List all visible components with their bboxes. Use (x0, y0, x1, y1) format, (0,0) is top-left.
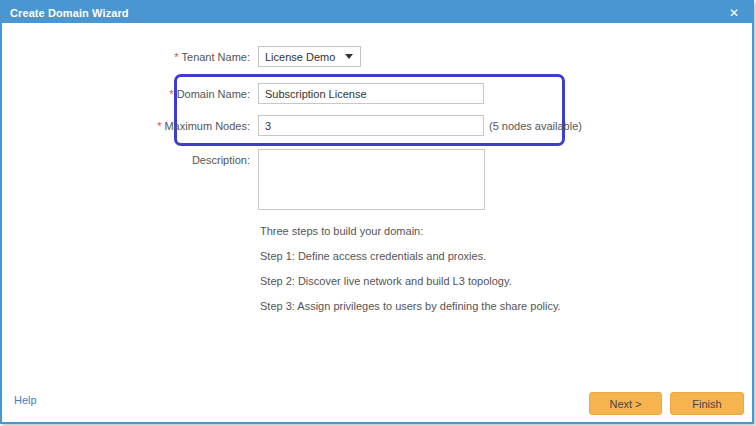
instructions-block: Three steps to build your domain: Step 1… (260, 225, 561, 325)
screen: Create Domain Wizard ✕ *Tenant Name: Lic… (0, 0, 756, 426)
next-button[interactable]: Next > (589, 392, 662, 415)
maximum-nodes-label-text: Maximum Nodes: (164, 120, 250, 132)
dialog-title-bar: Create Domain Wizard ✕ (2, 2, 752, 23)
finish-button[interactable]: Finish (670, 392, 744, 415)
required-asterisk: * (174, 51, 178, 63)
domain-name-label-text: Domain Name: (177, 88, 250, 100)
create-domain-wizard-dialog: Create Domain Wizard ✕ *Tenant Name: Lic… (0, 0, 754, 424)
domain-name-input[interactable] (258, 83, 484, 104)
domain-name-label: *Domain Name: (169, 88, 250, 100)
required-asterisk: * (157, 120, 161, 132)
tenant-name-label: *Tenant Name: (174, 51, 250, 63)
tenant-name-selected-value: License Demo (265, 51, 335, 63)
chevron-down-icon (345, 54, 353, 59)
close-icon[interactable]: ✕ (724, 2, 744, 23)
required-asterisk: * (169, 88, 173, 100)
description-textarea[interactable] (258, 149, 485, 210)
instructions-step-2: Step 2: Discover live network and build … (260, 275, 561, 287)
instructions-step-1: Step 1: Define access credentials and pr… (260, 250, 561, 262)
instructions-step-3: Step 3: Assign privileges to users by de… (260, 300, 561, 312)
description-label: Description: (192, 154, 250, 166)
help-link[interactable]: Help (14, 394, 37, 406)
description-label-text: Description: (192, 154, 250, 166)
tenant-name-label-text: Tenant Name: (182, 51, 250, 63)
maximum-nodes-input[interactable] (258, 115, 484, 136)
dialog-title: Create Domain Wizard (2, 7, 129, 19)
maximum-nodes-label: *Maximum Nodes: (157, 120, 250, 132)
nodes-available-hint: (5 nodes available) (489, 120, 582, 132)
instructions-intro: Three steps to build your domain: (260, 225, 561, 237)
tenant-name-select[interactable]: License Demo (258, 46, 361, 67)
